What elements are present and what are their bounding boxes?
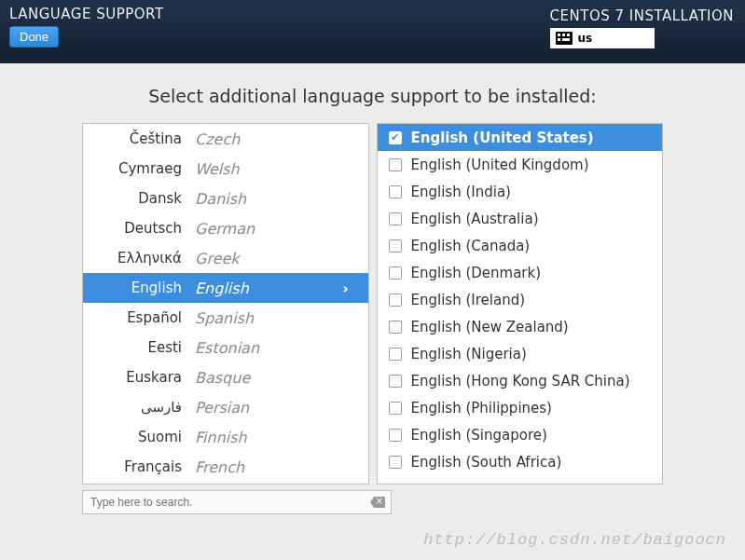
keyboard-layout-label: us xyxy=(578,32,593,45)
checkbox[interactable] xyxy=(389,456,402,469)
checkbox[interactable] xyxy=(389,158,402,171)
locale-row[interactable]: English (Singapore) xyxy=(378,421,663,448)
locale-row[interactable]: English (Australia) xyxy=(378,205,663,232)
search-field[interactable] xyxy=(82,490,392,514)
language-english-label: Finnish xyxy=(195,429,355,446)
language-row[interactable]: SuomiFinnish xyxy=(83,422,368,452)
language-row[interactable]: DanskDanish xyxy=(83,184,368,213)
locale-label: English (Ireland) xyxy=(411,292,526,308)
language-english-label: Danish xyxy=(195,190,355,208)
locale-row[interactable]: English (India) xyxy=(378,178,663,205)
checkbox[interactable] xyxy=(389,266,402,280)
top-bar-left: LANGUAGE SUPPORT Done xyxy=(9,6,164,58)
locale-row[interactable]: English (Denmark) xyxy=(378,259,663,286)
language-row[interactable]: فارسیPersian xyxy=(83,392,368,422)
prompt-text: Select additional language support to be… xyxy=(82,86,663,106)
language-native-label: Suomi xyxy=(83,429,195,445)
language-row[interactable]: CymraegWelsh xyxy=(83,154,368,184)
top-bar-right: CENTOS 7 INSTALLATION us xyxy=(550,7,734,58)
checkbox[interactable] xyxy=(389,375,402,388)
locale-label: English (Australia) xyxy=(411,211,539,227)
locale-row[interactable]: English (Nigeria) xyxy=(378,340,663,367)
main-content: Select additional language support to be… xyxy=(0,63,745,514)
language-native-label: فارسی xyxy=(83,399,195,416)
language-english-label: Basque xyxy=(195,369,355,387)
locale-row[interactable]: English (United States) xyxy=(378,124,663,151)
language-english-label: Estonian xyxy=(195,339,355,357)
locale-label: English (United Kingdom) xyxy=(411,157,589,173)
language-english-label: French xyxy=(195,458,355,476)
locale-row[interactable]: English (New Zealand) xyxy=(378,313,663,340)
search-input[interactable] xyxy=(90,496,370,509)
checkbox[interactable] xyxy=(389,185,402,198)
checkbox[interactable] xyxy=(389,348,402,361)
language-list-panel: ČeštinaCzechCymraegWelshDanskDanishDeuts… xyxy=(82,123,369,485)
locale-label: English (Denmark) xyxy=(411,265,542,281)
locale-row[interactable]: English (United Kingdom) xyxy=(378,151,663,178)
language-row[interactable]: EnglishEnglish› xyxy=(83,273,368,303)
language-row[interactable]: ČeštinaCzech xyxy=(83,124,368,154)
clear-icon[interactable] xyxy=(370,497,385,508)
locale-row[interactable]: English (Philippines) xyxy=(378,394,663,421)
checkbox[interactable] xyxy=(389,294,402,307)
chevron-right-icon: › xyxy=(340,280,352,297)
language-row[interactable]: EspañolSpanish xyxy=(83,303,368,333)
language-english-label: English xyxy=(195,280,340,297)
language-native-label: Čeština xyxy=(83,130,195,147)
watermark: http://blog.csdn.net/baigoocn xyxy=(423,531,726,549)
done-button[interactable]: Done xyxy=(9,26,59,48)
locale-row[interactable]: English (South Africa) xyxy=(378,448,663,475)
page-title: LANGUAGE SUPPORT xyxy=(9,6,164,22)
locale-row[interactable]: English (Canada) xyxy=(378,232,663,259)
locale-list-panel: English (United States)English (United K… xyxy=(377,123,664,485)
search-wrap xyxy=(82,490,392,514)
keyboard-icon xyxy=(556,32,573,45)
locale-label: English (Nigeria) xyxy=(411,346,527,362)
checkbox[interactable] xyxy=(389,131,402,144)
checkbox[interactable] xyxy=(389,212,402,225)
locale-label: English (South Africa) xyxy=(411,454,562,471)
checkbox[interactable] xyxy=(389,429,402,442)
language-native-label: Ελληνικά xyxy=(83,250,195,266)
language-row[interactable]: FrançaisFrench xyxy=(83,452,368,482)
language-native-label: Français xyxy=(83,458,195,475)
checkbox[interactable] xyxy=(389,321,402,334)
language-native-label: Deutsch xyxy=(83,220,195,237)
locale-list[interactable]: English (United States)English (United K… xyxy=(378,124,663,484)
language-english-label: Greek xyxy=(195,250,355,267)
locale-row[interactable]: English (Ireland) xyxy=(378,286,663,313)
language-row[interactable]: DeutschGerman xyxy=(83,213,368,243)
top-bar: LANGUAGE SUPPORT Done CENTOS 7 INSTALLAT… xyxy=(0,0,745,63)
locale-label: English (Philippines) xyxy=(411,400,552,417)
locale-label: English (Hong Kong SAR China) xyxy=(411,373,630,389)
language-row[interactable]: EestiEstonian xyxy=(83,333,368,362)
locale-label: English (India) xyxy=(411,184,511,200)
language-list[interactable]: ČeštinaCzechCymraegWelshDanskDanishDeuts… xyxy=(83,124,368,484)
language-row[interactable]: ΕλληνικάGreek xyxy=(83,243,368,273)
language-english-label: Spanish xyxy=(195,309,355,327)
language-native-label: English xyxy=(83,280,195,296)
language-english-label: Czech xyxy=(195,130,355,148)
locale-label: English (Canada) xyxy=(411,238,531,254)
language-english-label: German xyxy=(195,220,355,238)
language-english-label: Persian xyxy=(195,399,355,417)
locale-label: English (Singapore) xyxy=(411,427,547,444)
locale-row[interactable]: English (Hong Kong SAR China) xyxy=(378,367,663,394)
language-native-label: Español xyxy=(83,309,195,326)
language-native-label: Euskara xyxy=(83,369,195,386)
install-title: CENTOS 7 INSTALLATION xyxy=(550,7,734,24)
keyboard-layout-indicator[interactable]: us xyxy=(550,28,655,48)
locale-label: English (New Zealand) xyxy=(411,319,569,335)
language-native-label: Eesti xyxy=(83,339,195,356)
locale-label: English (United States) xyxy=(411,130,594,146)
checkbox[interactable] xyxy=(389,239,402,253)
checkbox[interactable] xyxy=(389,402,402,415)
language-panels: ČeštinaCzechCymraegWelshDanskDanishDeuts… xyxy=(82,123,663,485)
language-english-label: Welsh xyxy=(195,160,355,178)
language-row[interactable]: EuskaraBasque xyxy=(83,362,368,392)
language-native-label: Cymraeg xyxy=(83,160,195,177)
language-native-label: Dansk xyxy=(83,190,195,207)
